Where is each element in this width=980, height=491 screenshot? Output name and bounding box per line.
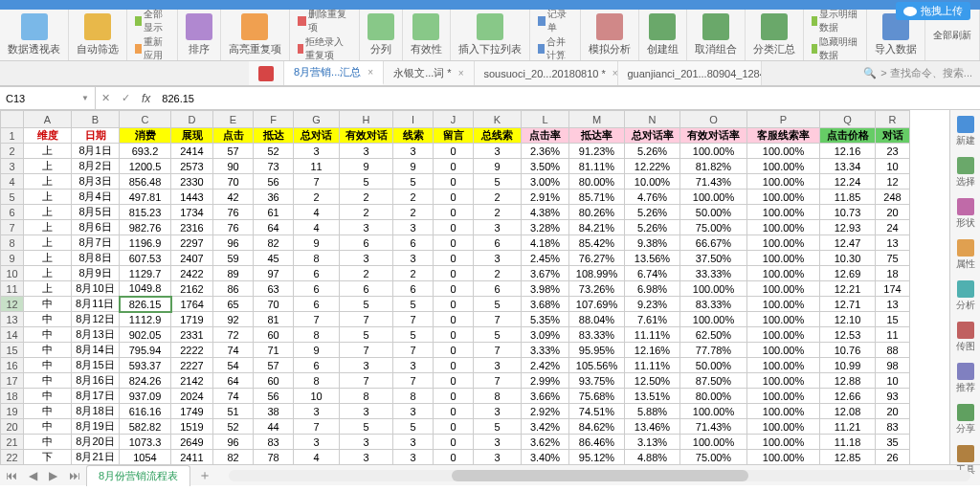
cell[interactable]: 65 xyxy=(213,297,254,312)
cell[interactable]: 3 xyxy=(393,450,434,465)
header-cell[interactable]: 留言 xyxy=(434,128,474,144)
cell[interactable]: 3 xyxy=(340,358,393,373)
row-head[interactable]: 1 xyxy=(1,128,24,144)
cell[interactable]: 12.53 xyxy=(820,327,876,343)
cell[interactable]: 12.47 xyxy=(820,235,876,251)
cell[interactable]: 0 xyxy=(434,312,474,327)
cell[interactable]: 1049.8 xyxy=(120,281,171,297)
cell[interactable]: 50.00% xyxy=(680,358,747,373)
cell[interactable]: 2222 xyxy=(171,343,213,358)
cell[interactable]: 83 xyxy=(876,419,910,435)
cell[interactable]: 593.37 xyxy=(120,358,171,373)
cell[interactable]: 8月18日 xyxy=(72,404,120,419)
cell[interactable]: 45 xyxy=(254,251,294,266)
cell[interactable]: 93.75% xyxy=(569,373,625,389)
workbook-tab-3[interactable]: sousuoci_20...20180810 *× xyxy=(475,61,618,85)
cell[interactable]: 80.00% xyxy=(680,389,747,404)
cell[interactable]: 20 xyxy=(876,404,910,419)
cell[interactable]: 12.10 xyxy=(820,312,876,327)
cell[interactable]: 59 xyxy=(213,251,254,266)
cell[interactable]: 3 xyxy=(340,251,393,266)
cell[interactable]: 95.95% xyxy=(569,343,625,358)
cell[interactable]: 9.23% xyxy=(625,297,680,312)
cell[interactable]: 75 xyxy=(876,251,910,266)
cell[interactable]: 56 xyxy=(254,174,294,190)
header-cell[interactable]: 总线索 xyxy=(474,128,522,144)
cell[interactable]: 3.50% xyxy=(522,159,569,174)
cell[interactable]: 100.00% xyxy=(747,404,820,419)
cell[interactable]: 3 xyxy=(393,435,434,450)
cell[interactable]: 12.21 xyxy=(820,281,876,297)
cell[interactable]: 3.67% xyxy=(522,266,569,281)
cell[interactable]: 8月11日 xyxy=(72,297,120,312)
cell[interactable]: 中 xyxy=(24,389,72,404)
cell[interactable]: 72 xyxy=(213,327,254,343)
cell[interactable]: 2649 xyxy=(171,435,213,450)
col-head[interactable]: N xyxy=(625,111,680,128)
cell[interactable]: 4.18% xyxy=(522,235,569,251)
cell[interactable]: 902.05 xyxy=(120,327,171,343)
cell[interactable]: 2 xyxy=(340,190,393,205)
cell[interactable]: 9 xyxy=(393,159,434,174)
cell[interactable]: 1073.3 xyxy=(120,435,171,450)
upload-button[interactable]: 拖拽上传 xyxy=(896,2,970,20)
ribbon-whatif[interactable]: 模拟分析 xyxy=(581,10,639,60)
cell[interactable]: 2.91% xyxy=(522,190,569,205)
side-tool-4[interactable]: 分析 xyxy=(956,280,975,312)
row-head[interactable]: 20 xyxy=(1,419,24,435)
cell[interactable]: 2422 xyxy=(171,266,213,281)
cell[interactable]: 4.88% xyxy=(625,450,680,465)
workbook-tab-1[interactable]: 8月营销...汇总× xyxy=(284,61,384,85)
cell[interactable]: 上 xyxy=(24,235,72,251)
ribbon-record-cons[interactable]: 记录单 合并计算 xyxy=(530,10,581,60)
cell[interactable]: 8月16日 xyxy=(72,373,120,389)
cell[interactable]: 56 xyxy=(254,389,294,404)
col-head[interactable] xyxy=(1,111,24,128)
cell[interactable]: 10 xyxy=(876,373,910,389)
cell[interactable]: 5 xyxy=(340,327,393,343)
side-tool-7[interactable]: 分享 xyxy=(956,404,975,435)
header-cell[interactable]: 线索 xyxy=(393,128,434,144)
cell[interactable]: 9 xyxy=(294,343,340,358)
col-head[interactable]: C xyxy=(120,111,171,128)
cell[interactable]: 2 xyxy=(474,266,522,281)
cell[interactable]: 100.00% xyxy=(680,435,747,450)
cell[interactable]: 12.88 xyxy=(820,373,876,389)
header-cell[interactable]: 有效对话 xyxy=(340,128,393,144)
cell[interactable]: 11.21 xyxy=(820,419,876,435)
cell[interactable]: 85.42% xyxy=(569,235,625,251)
ribbon-pivot[interactable]: 数据透视表 xyxy=(0,10,69,60)
row-head[interactable]: 17 xyxy=(1,373,24,389)
cell[interactable]: 2316 xyxy=(171,220,213,235)
header-cell[interactable]: 点击价格 xyxy=(820,128,876,144)
col-head[interactable]: G xyxy=(294,111,340,128)
cell[interactable]: 51 xyxy=(213,404,254,419)
ribbon-validation[interactable]: 有效性 xyxy=(403,10,451,60)
cell[interactable]: 86 xyxy=(213,281,254,297)
cell[interactable]: 1129.7 xyxy=(120,266,171,281)
cell[interactable]: 6 xyxy=(294,281,340,297)
header-cell[interactable]: 抵达率 xyxy=(569,128,625,144)
row-head[interactable]: 4 xyxy=(1,174,24,190)
cell[interactable]: 中 xyxy=(24,358,72,373)
cell[interactable]: 上 xyxy=(24,159,72,174)
cell[interactable]: 12.85 xyxy=(820,450,876,465)
cell[interactable]: 3.40% xyxy=(522,450,569,465)
cell[interactable]: 8月20日 xyxy=(72,435,120,450)
cell[interactable]: 8月14日 xyxy=(72,343,120,358)
cell[interactable]: 6 xyxy=(474,281,522,297)
cell[interactable]: 中 xyxy=(24,343,72,358)
cell[interactable]: 100.00% xyxy=(680,404,747,419)
cell[interactable]: 0 xyxy=(434,327,474,343)
cell[interactable]: 5.88% xyxy=(625,404,680,419)
cell[interactable]: 0 xyxy=(434,389,474,404)
side-tool-1[interactable]: 选择 xyxy=(956,157,975,189)
col-head[interactable]: J xyxy=(434,111,474,128)
cell[interactable]: 50.00% xyxy=(680,205,747,220)
cell[interactable]: 中 xyxy=(24,297,72,312)
cell[interactable]: 8月13日 xyxy=(72,327,120,343)
cell[interactable]: 100.00% xyxy=(747,281,820,297)
header-cell[interactable]: 消费 xyxy=(120,128,171,144)
ribbon-dropdown[interactable]: 插入下拉列表 xyxy=(451,10,530,60)
cell[interactable]: 1719 xyxy=(171,312,213,327)
